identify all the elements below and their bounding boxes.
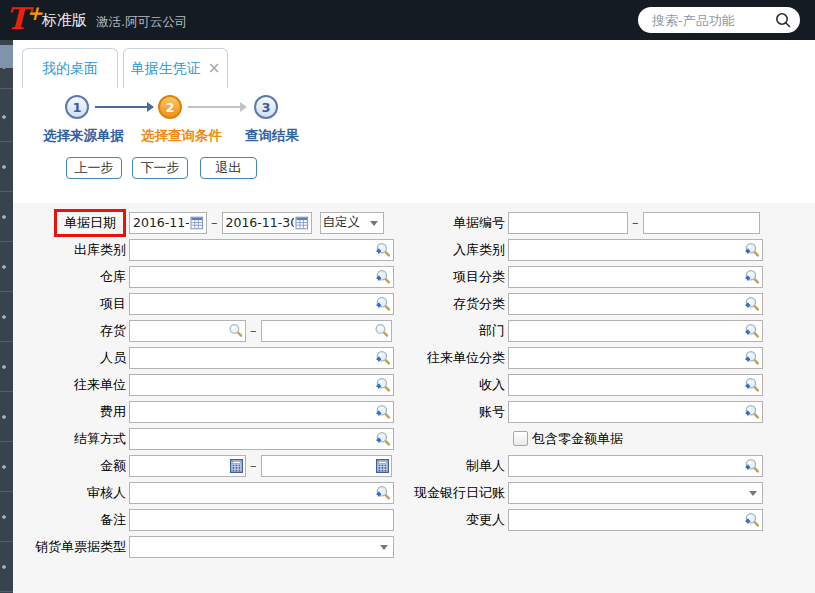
income-field[interactable]	[508, 374, 763, 396]
doc-date-preset-dropdown[interactable]: 自定义	[320, 212, 384, 234]
doc-date-label: 单据日期	[54, 209, 126, 237]
partner-class-input[interactable]	[511, 350, 744, 365]
partner-input[interactable]	[132, 377, 375, 392]
creator-field[interactable]	[508, 455, 763, 477]
income-input[interactable]	[511, 377, 744, 392]
doc-date-to-field[interactable]	[222, 212, 312, 234]
doc-date-from-field[interactable]	[129, 212, 207, 234]
browse-icon[interactable]	[375, 269, 391, 285]
department-input[interactable]	[511, 323, 744, 338]
collapsed-sidebar[interactable]	[0, 40, 13, 593]
inventory-from-field[interactable]	[129, 320, 246, 342]
browse-icon[interactable]	[744, 512, 760, 528]
browse-icon[interactable]	[375, 404, 391, 420]
outbound-type-input[interactable]	[132, 242, 375, 257]
browse-icon[interactable]	[744, 296, 760, 312]
auditor-field[interactable]	[129, 482, 394, 504]
inbound-type-input[interactable]	[511, 242, 744, 257]
magnifier-icon[interactable]	[374, 323, 389, 338]
calendar-icon[interactable]	[190, 216, 204, 230]
creator-input[interactable]	[511, 458, 744, 473]
inventory-to-field[interactable]	[261, 320, 392, 342]
browse-icon[interactable]	[744, 269, 760, 285]
memo-input[interactable]	[132, 512, 391, 527]
browse-icon[interactable]	[744, 458, 760, 474]
inventory-to-input[interactable]	[264, 323, 374, 338]
personnel-input[interactable]	[132, 350, 375, 365]
doc-number-from-field[interactable]	[508, 212, 628, 234]
inbound-type-field[interactable]	[508, 239, 763, 261]
browse-icon[interactable]	[744, 323, 760, 339]
account-input[interactable]	[511, 404, 744, 419]
browse-icon[interactable]	[375, 296, 391, 312]
amount-from-field[interactable]	[129, 455, 246, 477]
browse-icon[interactable]	[375, 431, 391, 447]
browse-icon[interactable]	[375, 242, 391, 258]
browse-icon[interactable]	[744, 350, 760, 366]
outbound-type-field[interactable]	[129, 239, 394, 261]
modifier-field[interactable]	[508, 509, 763, 531]
memo-fields	[129, 509, 394, 531]
doc-number-from-input[interactable]	[511, 215, 625, 230]
product-search-box[interactable]	[638, 7, 800, 33]
browse-icon[interactable]	[375, 377, 391, 393]
amount-to-input[interactable]	[264, 458, 376, 473]
warehouse-input[interactable]	[132, 269, 375, 284]
doc-number-to-input[interactable]	[646, 215, 757, 230]
search-icon[interactable]	[774, 11, 792, 29]
form-row-project: 项目	[18, 290, 394, 317]
sales-bill-type-dropdown[interactable]	[129, 536, 394, 558]
browse-icon[interactable]	[375, 485, 391, 501]
partner-field[interactable]	[129, 374, 394, 396]
doc-date-to-input[interactable]	[225, 215, 295, 230]
settlement-method-input[interactable]	[132, 431, 375, 446]
calendar-icon[interactable]	[295, 216, 309, 230]
sidebar-handle[interactable]	[0, 45, 13, 68]
include-zero-amount-checkbox[interactable]	[513, 431, 528, 446]
doc-date-from-input[interactable]	[132, 215, 190, 230]
close-icon[interactable]: ×	[208, 61, 221, 76]
amount-from-input[interactable]	[132, 458, 230, 473]
caret-down-icon[interactable]	[749, 491, 757, 500]
department-field[interactable]	[508, 320, 763, 342]
doc-number-to-field[interactable]	[643, 212, 760, 234]
inventory-class-input[interactable]	[511, 296, 744, 311]
settlement-method-field[interactable]	[129, 428, 394, 450]
calculator-icon[interactable]	[376, 459, 389, 473]
partner-class-field[interactable]	[508, 347, 763, 369]
warehouse-field[interactable]	[129, 266, 394, 288]
form-row-amount: 金额–	[18, 452, 394, 479]
account-field[interactable]	[508, 401, 763, 423]
browse-icon[interactable]	[744, 242, 760, 258]
inventory-class-field[interactable]	[508, 293, 763, 315]
form-row-inventory-class: 存货分类	[395, 290, 763, 317]
calculator-icon[interactable]	[230, 459, 243, 473]
search-input[interactable]	[650, 12, 774, 29]
project-field[interactable]	[129, 293, 394, 315]
tab-voucher-generation[interactable]: 单据生凭证 ×	[123, 48, 228, 88]
browse-icon[interactable]	[375, 350, 391, 366]
project-input[interactable]	[132, 296, 375, 311]
project-class-input[interactable]	[511, 269, 744, 284]
personnel-field[interactable]	[129, 347, 394, 369]
exit-button[interactable]: 退出	[200, 157, 257, 179]
auditor-input[interactable]	[132, 485, 375, 500]
edition-label: 标准版	[42, 11, 87, 30]
expense-input[interactable]	[132, 404, 375, 419]
prev-step-button[interactable]: 上一步	[66, 157, 122, 179]
magnifier-icon[interactable]	[228, 323, 243, 338]
income-fields	[508, 374, 763, 396]
modifier-input[interactable]	[511, 512, 744, 527]
project-class-field[interactable]	[508, 266, 763, 288]
expense-field[interactable]	[129, 401, 394, 423]
caret-down-icon[interactable]	[380, 545, 388, 554]
browse-icon[interactable]	[744, 377, 760, 393]
amount-to-field[interactable]	[261, 455, 392, 477]
next-step-button[interactable]: 下一步	[132, 157, 188, 179]
browse-icon[interactable]	[744, 404, 760, 420]
caret-down-icon[interactable]	[370, 221, 378, 230]
tab-my-desktop[interactable]: 我的桌面	[22, 48, 118, 88]
cash-bank-journal-dropdown[interactable]	[508, 482, 763, 504]
memo-field[interactable]	[129, 509, 394, 531]
inventory-from-input[interactable]	[132, 323, 228, 338]
